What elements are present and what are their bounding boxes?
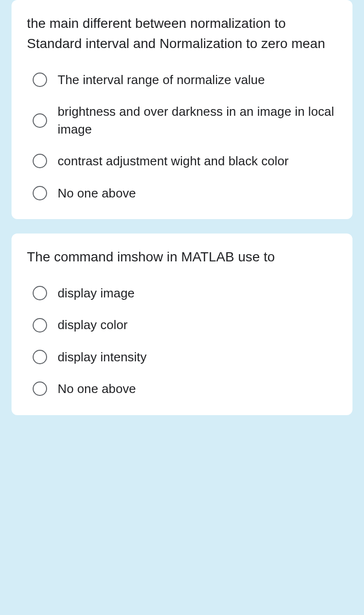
radio-icon (33, 381, 47, 396)
question-card-1: the main different between normalization… (12, 0, 352, 219)
radio-icon (33, 286, 47, 300)
option-row[interactable]: brightness and over darkness in an image… (33, 103, 337, 138)
option-label: display intensity (58, 348, 146, 366)
radio-icon (33, 350, 47, 364)
radio-icon (33, 318, 47, 332)
option-row[interactable]: No one above (33, 380, 337, 397)
question-text: The command imshow in MATLAB use to (27, 247, 337, 267)
option-label: contrast adjustment wight and black colo… (58, 152, 289, 170)
option-row[interactable]: No one above (33, 184, 337, 202)
option-label: display image (58, 284, 134, 302)
option-label: The interval range of normalize value (58, 71, 265, 88)
question-card-2: The command imshow in MATLAB use to disp… (12, 234, 352, 415)
option-label: No one above (58, 380, 136, 397)
option-row[interactable]: The interval range of normalize value (33, 71, 337, 88)
option-row[interactable]: display intensity (33, 348, 337, 366)
radio-icon (33, 186, 47, 200)
option-row[interactable]: contrast adjustment wight and black colo… (33, 152, 337, 170)
option-label: display color (58, 316, 128, 333)
option-row[interactable]: display image (33, 284, 337, 302)
radio-icon (33, 73, 47, 87)
option-label: brightness and over darkness in an image… (58, 103, 337, 138)
options-group: display image display color display inte… (27, 284, 337, 398)
radio-icon (33, 154, 47, 168)
options-group: The interval range of normalize value br… (27, 71, 337, 202)
option-row[interactable]: display color (33, 316, 337, 333)
question-text: the main different between normalization… (27, 13, 337, 54)
option-label: No one above (58, 184, 136, 202)
radio-icon (33, 113, 47, 128)
